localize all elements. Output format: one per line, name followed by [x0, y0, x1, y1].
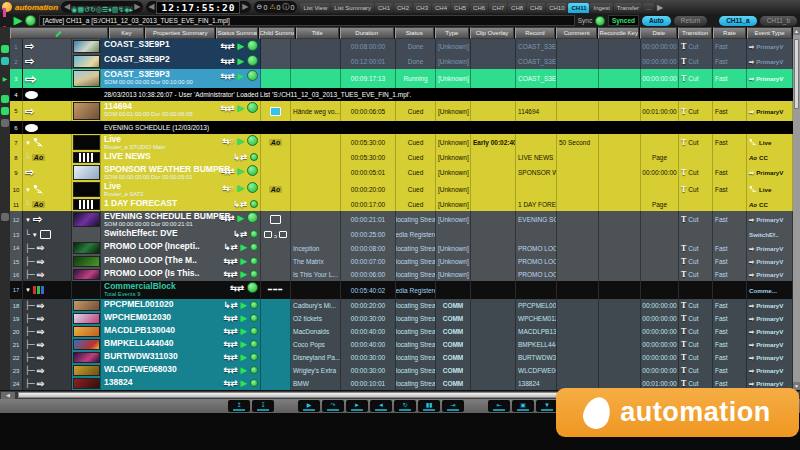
- column-header-clip-overlay[interactable]: Clip Overlay: [470, 27, 514, 39]
- tab-ch7[interactable]: CH7: [489, 3, 507, 13]
- playlist-row[interactable]: 12▼⇨EVENING SCHEDULE BUMPERSOM 00:00:00:…: [10, 211, 793, 228]
- properties-summary-cell[interactable]: COAST_S3E9P1⇆⇄▶: [101, 39, 261, 54]
- playlist-row[interactable]: 8└AoLIVE NEWS↳⇄00:05:30:00Cued[Unknown]L…: [10, 151, 793, 164]
- playlist-row[interactable]: 3⇨COAST_S3E9P3SOM 00:00:00:00 Dur 00:10:…: [10, 69, 793, 88]
- column-header-status[interactable]: Status: [395, 27, 434, 39]
- event-type-cell[interactable]: ⇨PrimaryV: [747, 164, 793, 181]
- properties-summary-cell[interactable]: WLCDFWE068030⇆⇄▶: [101, 364, 261, 377]
- playlist-row[interactable]: 20├─⇨MACDLPB130040⇆⇄▶MacDonalds00:00:40:…: [10, 325, 793, 338]
- move-left-icon[interactable]: ⇤: [488, 400, 510, 412]
- column-header-duration[interactable]: Duration: [340, 27, 394, 39]
- strip-media-icon[interactable]: [1, 95, 9, 103]
- row-icon-cell[interactable]: ├─⇨: [23, 364, 72, 377]
- event-type-cell[interactable]: Live: [747, 181, 793, 198]
- event-type-cell[interactable]: ⇨PrimaryV: [747, 299, 793, 312]
- playlist-row[interactable]: 16├─⇨PROMO LOOP (Is This..⇆⇄▶Is This You…: [10, 268, 793, 281]
- row-icon-cell[interactable]: └▼: [23, 228, 72, 241]
- monitor-icon[interactable]: ▸: [130, 6, 134, 13]
- row-icon-cell[interactable]: └Ao: [23, 151, 72, 164]
- row-icon-cell[interactable]: ▼: [23, 134, 72, 151]
- properties-summary-cell[interactable]: MACDLPB130040⇆⇄▶: [101, 325, 261, 338]
- playlist-row[interactable]: 10▼LiveRouter_a SAT2⇆○▶Ao00:00:20:00Cued…: [10, 181, 793, 198]
- toolbar-right-cap-icon[interactable]: ▶: [134, 1, 140, 13]
- properties-summary-cell[interactable]: COAST_S3E9P2⇆⇄▶: [101, 54, 261, 69]
- column-header-title[interactable]: Title: [296, 27, 339, 39]
- playlist-row[interactable]: 23├─⇨WLCDFWE068030⇆⇄▶Wrigley's Extra00:0…: [10, 364, 793, 377]
- column-header-child-summary[interactable]: Child Summary: [259, 27, 295, 39]
- column-header-rate[interactable]: Rate: [713, 27, 746, 39]
- skip-last-icon[interactable]: ◄: [370, 400, 392, 412]
- event-type-cell[interactable]: ⇨PrimaryV: [747, 69, 793, 88]
- column-header-reconcile-key[interactable]: Reconcile Key: [598, 27, 639, 39]
- row-icon-cell[interactable]: ├─⇨: [23, 338, 72, 351]
- column-header-record[interactable]: Record: [515, 27, 555, 39]
- row-icon-cell[interactable]: ├─⇨: [23, 325, 72, 338]
- tab-list-summary[interactable]: List Summary: [331, 3, 374, 13]
- redo-icon[interactable]: ↻: [90, 6, 96, 13]
- row-icon-cell[interactable]: ⇨: [23, 54, 72, 69]
- column-header-status-summary[interactable]: Status Summary: [216, 27, 257, 39]
- tab-ch9[interactable]: CH9: [527, 3, 545, 13]
- row-icon-cell[interactable]: ├─⇨: [23, 299, 72, 312]
- event-type-cell[interactable]: ⇨PrimaryV: [747, 39, 793, 54]
- tab-ch3[interactable]: CH3: [413, 3, 431, 13]
- event-type-cell[interactable]: ⇨PrimaryV: [747, 241, 793, 255]
- properties-summary-cell[interactable]: SwitchEffect: DVE↳⇄: [101, 228, 261, 241]
- tab-transfer[interactable]: Transfer: [614, 3, 642, 13]
- row-icon-cell[interactable]: ▼: [23, 181, 72, 198]
- warning-indicator[interactable]: ⚠0: [269, 3, 280, 11]
- skip-next-icon[interactable]: ►: [346, 400, 368, 412]
- tab-ch10[interactable]: CH10: [546, 3, 567, 13]
- properties-summary-cell[interactable]: COAST_S3E9P3SOM 00:00:00:00 Dur 00:10:00…: [101, 69, 261, 88]
- tab-ch2[interactable]: CH2: [394, 3, 412, 13]
- channel-a-button[interactable]: CH11_a: [719, 16, 757, 26]
- end-icon[interactable]: ⇥: [442, 400, 464, 412]
- active-list-field[interactable]: [Active] CH11_a [S:/CH11_12_03_2013_TUES…: [39, 15, 575, 26]
- return-button[interactable]: Return: [674, 16, 708, 26]
- properties-summary-cell[interactable]: BMPKELL444040⇆⇄▶: [101, 338, 261, 351]
- column-header-date[interactable]: Date: [640, 27, 677, 39]
- playlist-row[interactable]: 18├─⇨PPCPMEL001020↳⇄▶Cadbury's Mi...00:0…: [10, 299, 793, 312]
- row-icon-cell[interactable]: ▼: [23, 281, 72, 299]
- column-header-event-type[interactable]: Event Type: [747, 27, 792, 39]
- stop-icon[interactable]: ▣: [512, 400, 534, 412]
- event-type-cell[interactable]: AoCC: [747, 198, 793, 211]
- properties-summary-cell[interactable]: LiveRouter_a STUDIO Main⇆○▶: [101, 134, 261, 151]
- strip-server-icon[interactable]: [1, 107, 9, 115]
- playlist-row[interactable]: 15├─⇨PROMO LOOP (The M..⇆⇄▶The Matrix00:…: [10, 255, 793, 268]
- row-icon-cell[interactable]: ⇨: [23, 101, 72, 121]
- playlist-row[interactable]: 2⇨COAST_S3E9P2⇆⇄▶00:12:00:01Done[Unknown…: [10, 54, 793, 69]
- strip-tool-icon[interactable]: [1, 45, 9, 53]
- undo-icon[interactable]: ↺: [84, 6, 90, 13]
- row-icon-cell[interactable]: ├─⇨: [23, 377, 72, 390]
- column-header-properties-summary[interactable]: Properties Summary: [145, 27, 215, 39]
- row-icon-cell[interactable]: ├─⇨: [23, 268, 72, 281]
- row-icon-cell[interactable]: ├─⇨: [23, 351, 72, 364]
- properties-summary-cell[interactable]: 114694SOM 00:01:00:00 Dur 00:00:06:05⇆⇄▶: [101, 101, 261, 121]
- properties-summary-cell[interactable]: WPCHEM012030⇆⇄▶: [101, 312, 261, 325]
- event-type-cell[interactable]: ⇨PrimaryV: [747, 54, 793, 69]
- auto-button[interactable]: Auto: [642, 16, 671, 26]
- column-header-type[interactable]: Type: [435, 27, 469, 39]
- tab-ch4[interactable]: CH4: [432, 3, 450, 13]
- properties-summary-cell[interactable]: BURTWDW311030⇆⇄▶: [101, 351, 261, 364]
- tab-list-view[interactable]: List View: [300, 3, 330, 13]
- event-type-cell[interactable]: ⇨PrimaryV: [747, 338, 793, 351]
- strip-misc-icon[interactable]: [1, 119, 9, 127]
- expand-triangle-icon[interactable]: ▼: [25, 187, 31, 193]
- vertical-scrollbar[interactable]: ▲ ▼: [793, 27, 800, 390]
- event-type-cell[interactable]: ⇨PrimaryV: [747, 101, 793, 121]
- row-icon-cell[interactable]: └Ao: [23, 198, 72, 211]
- recue-icon[interactable]: ↷: [322, 400, 344, 412]
- event-type-cell[interactable]: Comme...: [747, 281, 793, 299]
- tab-ch1[interactable]: CH1: [375, 3, 393, 13]
- tab-ch6[interactable]: CH6: [470, 3, 488, 13]
- folder-icon[interactable]: ▦: [77, 6, 84, 13]
- toolbar-left-cap-icon[interactable]: ◀: [64, 1, 70, 13]
- playlist-row[interactable]: 14├─⇨PROMO LOOP (Incepti..↳⇄▶Inception00…: [10, 241, 793, 255]
- list-ready-icon[interactable]: [25, 15, 36, 26]
- row-icon-cell[interactable]: [23, 121, 72, 134]
- tabs-overflow-icon[interactable]: ▶: [657, 3, 663, 12]
- event-type-cell[interactable]: ⇨PrimaryV: [747, 325, 793, 338]
- playlist-row[interactable]: 7▼LiveRouter_a STUDIO Main⇆○▶Ao00:05:30:…: [10, 134, 793, 151]
